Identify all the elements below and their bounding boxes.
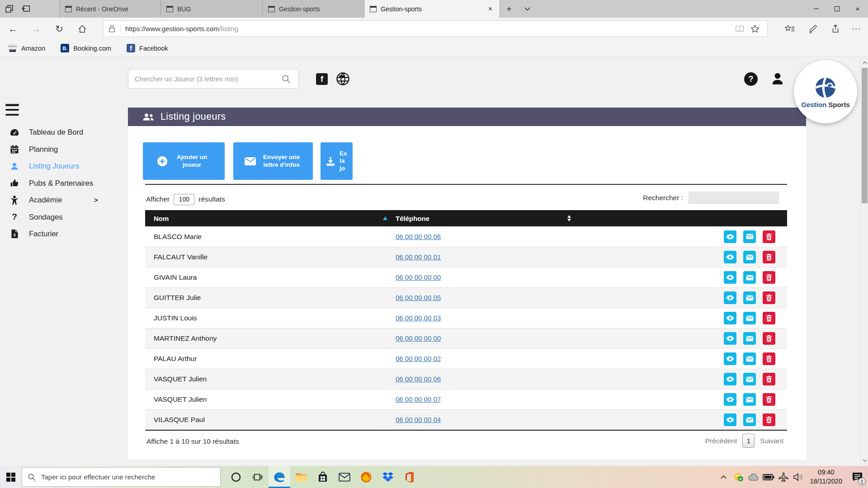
favorites-hub-icon[interactable] xyxy=(780,20,800,37)
email-player-button[interactable] xyxy=(743,332,756,345)
player-search-input[interactable] xyxy=(128,69,299,89)
table-row[interactable]: VILASQUE Paul 06 00 00 00 04 xyxy=(145,409,787,430)
player-phone[interactable]: 06 00 00 00 06 xyxy=(396,233,441,240)
delete-player-button[interactable] xyxy=(763,373,775,385)
share-icon[interactable] xyxy=(826,20,845,37)
set-tabs-aside-icon[interactable] xyxy=(4,3,15,14)
email-player-button[interactable] xyxy=(743,413,756,426)
delete-player-button[interactable] xyxy=(763,393,775,406)
office-icon[interactable] xyxy=(399,466,420,488)
view-player-button[interactable] xyxy=(724,373,736,385)
player-phone[interactable]: 06 00 00 00 02 xyxy=(396,355,441,362)
sidebar-item-planning[interactable]: Planning xyxy=(0,141,120,158)
email-player-button[interactable] xyxy=(743,373,756,385)
table-row[interactable]: PALAU Arthur 06 00 00 00 02 xyxy=(145,348,787,369)
player-phone[interactable]: 06 00 00 00 01 xyxy=(396,253,441,261)
delete-player-button[interactable] xyxy=(763,271,775,284)
dropbox-icon[interactable] xyxy=(377,466,399,488)
table-row[interactable]: GIVAIN Laura 06 00 00 00 00 xyxy=(145,267,787,287)
close-tab-icon[interactable]: × xyxy=(486,5,494,13)
table-row[interactable]: BLASCO Marie 06 00 00 00 06 xyxy=(145,226,787,247)
player-phone[interactable]: 06 00 00 00 04 xyxy=(396,416,441,423)
email-player-button[interactable] xyxy=(743,312,756,324)
send-newsletter-button[interactable]: Envoyer une lettre d'infos xyxy=(233,142,313,180)
sidebar-item-sondages[interactable]: ? Sondages xyxy=(0,209,120,226)
sidebar-item-facturier[interactable]: $ Facturier xyxy=(0,225,120,243)
player-phone[interactable]: 06 00 00 00 07 xyxy=(396,395,441,403)
tab-gestion-sports-active[interactable]: Gestion-sports × xyxy=(364,0,500,18)
action-center-icon[interactable]: 1 xyxy=(848,466,866,488)
cortana-icon[interactable] xyxy=(225,466,247,488)
sidebar-item-academie[interactable]: Académie > xyxy=(0,192,120,209)
sidebar-item-tableau-de-bord[interactable]: Tableau de Bord xyxy=(0,124,120,141)
help-icon[interactable]: ? xyxy=(744,72,758,86)
table-row[interactable]: MARTINEZ Anthony 06 00 00 00 00 xyxy=(145,328,787,348)
bookmark-amazon[interactable]: amazon Amazon xyxy=(8,44,45,52)
delete-player-button[interactable] xyxy=(763,251,775,263)
more-options-icon[interactable]: ··· xyxy=(846,20,866,37)
table-row[interactable]: JUSTIN Louis 06 00 00 00 03 xyxy=(145,308,787,328)
scroll-up-icon[interactable] xyxy=(861,58,868,67)
sidebar-item-pubs-partenaires[interactable]: Pubs & Partenaires xyxy=(0,175,120,192)
view-player-button[interactable] xyxy=(724,271,736,284)
view-player-button[interactable] xyxy=(724,251,736,263)
file-explorer-icon[interactable] xyxy=(290,466,312,488)
facebook-page-icon[interactable]: f xyxy=(316,73,328,85)
view-player-button[interactable] xyxy=(724,312,736,324)
battery-icon[interactable] xyxy=(763,466,774,488)
address-bar[interactable]: https://www.gestion-sports.com/listing xyxy=(103,20,768,37)
tab-list-chevron-icon[interactable] xyxy=(519,0,535,18)
refresh-button[interactable]: ↻ xyxy=(50,19,69,38)
globe-icon[interactable] xyxy=(336,72,350,86)
delete-player-button[interactable] xyxy=(763,332,775,345)
start-button[interactable] xyxy=(0,466,22,488)
forward-button[interactable]: → xyxy=(27,19,46,38)
add-player-button[interactable]: Ajouter un joueur xyxy=(143,142,225,180)
table-search-input[interactable] xyxy=(689,192,779,204)
delete-player-button[interactable] xyxy=(763,413,775,426)
new-tab-button[interactable]: + xyxy=(500,0,518,18)
maximize-button[interactable] xyxy=(826,0,847,18)
menu-hamburger-icon[interactable] xyxy=(5,104,19,116)
mail-icon[interactable] xyxy=(334,466,355,488)
account-icon[interactable] xyxy=(769,70,786,87)
previous-button[interactable]: Précédent xyxy=(705,437,737,445)
player-phone[interactable]: 06 00 00 00 06 xyxy=(396,375,441,383)
tab-preview-icon[interactable] xyxy=(20,3,32,14)
tab-bug[interactable]: BUG xyxy=(161,0,263,18)
microsoft-store-icon[interactable] xyxy=(312,466,334,488)
view-player-button[interactable] xyxy=(724,393,736,406)
scroll-down-icon[interactable] xyxy=(861,456,868,465)
table-row[interactable]: VASQUET Julien 06 00 00 00 07 xyxy=(145,389,787,409)
email-player-button[interactable] xyxy=(743,230,756,243)
onedrive-cloud-icon[interactable] xyxy=(748,466,760,488)
tray-expand-icon[interactable] xyxy=(718,466,730,488)
player-phone[interactable]: 06 00 00 00 03 xyxy=(396,314,441,322)
table-row[interactable]: GUITTER Julie 06 00 00 00 05 xyxy=(145,287,787,308)
sidebar-item-listing-joueurs[interactable]: Listing Joueurs xyxy=(0,158,120,175)
minimize-button[interactable] xyxy=(806,0,826,18)
bookmark-booking[interactable]: B. Booking.com xyxy=(61,44,111,52)
page-number-button[interactable]: 1 xyxy=(742,434,755,448)
firefox-icon[interactable] xyxy=(355,466,377,488)
view-player-button[interactable] xyxy=(724,413,736,426)
scrollbar-thumb[interactable] xyxy=(862,68,868,203)
table-row[interactable]: FALCAUT Vanille 06 00 00 00 01 xyxy=(145,247,787,267)
email-player-button[interactable] xyxy=(743,393,756,406)
task-view-icon[interactable] xyxy=(247,466,269,488)
next-button[interactable]: Suivant xyxy=(760,437,783,445)
email-player-button[interactable] xyxy=(743,291,756,304)
tab-gestion-sports-1[interactable]: Gestion-sports xyxy=(263,0,364,18)
taskbar-search-input[interactable] xyxy=(41,473,215,481)
view-player-button[interactable] xyxy=(724,332,736,345)
player-phone[interactable]: 06 00 00 00 00 xyxy=(396,334,441,342)
email-player-button[interactable] xyxy=(743,352,756,365)
delete-player-button[interactable] xyxy=(763,352,775,365)
export-players-button[interactable]: Ex la jo xyxy=(321,142,353,180)
view-player-button[interactable] xyxy=(724,230,736,243)
view-player-button[interactable] xyxy=(724,352,736,365)
annotate-pen-icon[interactable] xyxy=(803,20,823,37)
edge-taskbar-icon[interactable] xyxy=(269,466,290,488)
volume-icon[interactable] xyxy=(793,466,804,488)
reading-view-icon[interactable] xyxy=(732,22,747,36)
